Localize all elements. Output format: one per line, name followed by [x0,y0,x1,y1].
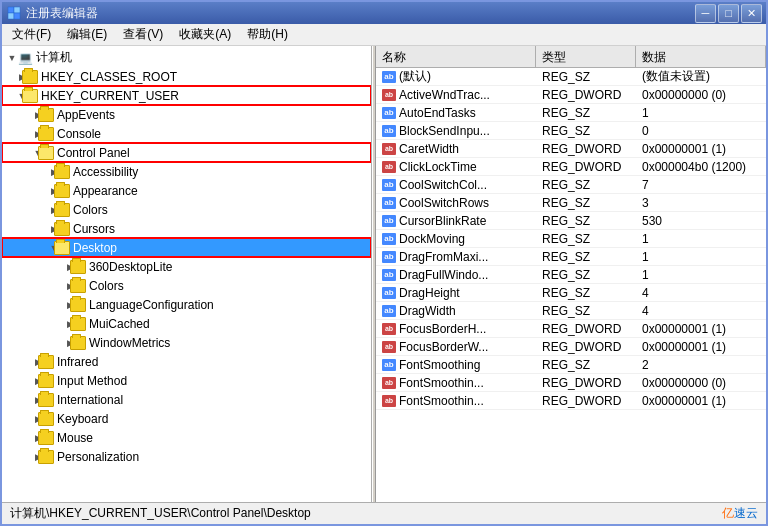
list-row[interactable]: abDragFromMaxi...REG_SZ1 [376,248,766,266]
cell-type-7: REG_SZ [536,195,636,211]
folder-icon-langconfig [70,298,86,312]
list-row[interactable]: abCoolSwitchRowsREG_SZ3 [376,194,766,212]
expander-mouse[interactable]: ▶ [2,430,38,446]
expander-cursors[interactable]: ▶ [2,221,54,237]
expander-360desktoplite[interactable]: ▶ [2,259,70,275]
cell-type-17: REG_DWORD [536,375,636,391]
folder-icon-360desktoplite [70,260,86,274]
reg-sz-icon: ab [382,125,396,137]
list-row[interactable]: abFocusBorderH...REG_DWORD0x00000001 (1) [376,320,766,338]
cell-name-5: abClickLockTime [376,159,536,175]
reg-sz-icon: ab [382,233,396,245]
expander-desktop[interactable]: ▼ [2,240,54,256]
col-header-type[interactable]: 类型 [536,46,636,67]
cell-name-14: abFocusBorderH... [376,321,536,337]
list-row[interactable]: abFontSmoothin...REG_DWORD0x00000000 (0) [376,374,766,392]
tree-item-inputmethod[interactable]: ▶Input Method [2,371,371,390]
list-row[interactable]: abCaretWidthREG_DWORD0x00000001 (1) [376,140,766,158]
expander-international[interactable]: ▶ [2,392,38,408]
menu-item-e[interactable]: 编辑(E) [59,24,115,45]
list-row[interactable]: abAutoEndTasksREG_SZ1 [376,104,766,122]
list-row[interactable]: abActiveWndTrac...REG_DWORD0x00000000 (0… [376,86,766,104]
tree-item-computer[interactable]: ▼💻计算机 [2,48,371,67]
tree-label-colors: Colors [73,203,367,217]
registry-tree[interactable]: ▼💻计算机▶HKEY_CLASSES_ROOT▼HKEY_CURRENT_USE… [2,46,372,502]
list-row[interactable]: abDragFullWindo...REG_SZ1 [376,266,766,284]
tree-item-windowmetrics[interactable]: ▶WindowMetrics [2,333,371,352]
tree-item-controlpanel[interactable]: ▼Control Panel [2,143,371,162]
expander-windowmetrics[interactable]: ▶ [2,335,70,351]
expander-colors[interactable]: ▶ [2,202,54,218]
minimize-button[interactable]: ─ [695,4,716,23]
expander-appevents[interactable]: ▶ [2,107,38,123]
cell-type-12: REG_SZ [536,285,636,301]
menu-item-a[interactable]: 收藏夹(A) [171,24,239,45]
list-row[interactable]: abDragHeightREG_SZ4 [376,284,766,302]
tree-item-hkcr[interactable]: ▶HKEY_CLASSES_ROOT [2,67,371,86]
list-row[interactable]: abCoolSwitchCol...REG_SZ7 [376,176,766,194]
cell-name-13: abDragWidth [376,303,536,319]
menu-item-f[interactable]: 文件(F) [4,24,59,45]
expander-muicached[interactable]: ▶ [2,316,70,332]
expander-console[interactable]: ▶ [2,126,38,142]
expander-colors2[interactable]: ▶ [2,278,70,294]
tree-item-desktop[interactable]: ▼Desktop [2,238,371,257]
cell-type-13: REG_SZ [536,303,636,319]
tree-item-personalization[interactable]: ▶Personalization [2,447,371,466]
tree-item-console[interactable]: ▶Console [2,124,371,143]
list-row[interactable]: abFocusBorderW...REG_DWORD0x00000001 (1) [376,338,766,356]
menu-item-v[interactable]: 查看(V) [115,24,171,45]
list-row[interactable]: abDockMovingREG_SZ1 [376,230,766,248]
expander-accessibility[interactable]: ▶ [2,164,54,180]
expander-hkcu[interactable]: ▼ [2,88,22,104]
cell-type-3: REG_SZ [536,123,636,139]
cell-type-4: REG_DWORD [536,141,636,157]
tree-item-muicached[interactable]: ▶MuiCached [2,314,371,333]
cell-type-2: REG_SZ [536,105,636,121]
menu-item-h[interactable]: 帮助(H) [239,24,296,45]
list-row[interactable]: abDragWidthREG_SZ4 [376,302,766,320]
cell-data-10: 1 [636,249,766,265]
tree-item-hkcu[interactable]: ▼HKEY_CURRENT_USER [2,86,371,105]
tree-item-appevents[interactable]: ▶AppEvents [2,105,371,124]
tree-item-appearance[interactable]: ▶Appearance [2,181,371,200]
expander-controlpanel[interactable]: ▼ [2,145,38,161]
list-row[interactable]: abCursorBlinkRateREG_SZ530 [376,212,766,230]
tree-item-langconfig[interactable]: ▶LanguageConfiguration [2,295,371,314]
expander-personalization[interactable]: ▶ [2,449,38,465]
col-header-name[interactable]: 名称 [376,46,536,67]
expander-appearance[interactable]: ▶ [2,183,54,199]
window-title: 注册表编辑器 [26,5,695,22]
tree-label-appevents: AppEvents [57,108,367,122]
reg-name-text: DragFullWindo... [399,268,488,282]
tree-item-colors[interactable]: ▶Colors [2,200,371,219]
list-row[interactable]: ab(默认)REG_SZ(数值未设置) [376,68,766,86]
tree-item-cursors[interactable]: ▶Cursors [2,219,371,238]
maximize-button[interactable]: □ [718,4,739,23]
tree-item-colors2[interactable]: ▶Colors [2,276,371,295]
expander-hkcr[interactable]: ▶ [2,69,22,85]
list-row[interactable]: abBlockSendInpu...REG_SZ0 [376,122,766,140]
list-row[interactable]: abClickLockTimeREG_DWORD0x000004b0 (1200… [376,158,766,176]
expander-computer[interactable]: ▼ [2,50,18,66]
cell-name-17: abFontSmoothin... [376,375,536,391]
tree-item-mouse[interactable]: ▶Mouse [2,428,371,447]
list-row[interactable]: abFontSmoothingREG_SZ2 [376,356,766,374]
expander-keyboard[interactable]: ▶ [2,411,38,427]
expander-infrared[interactable]: ▶ [2,354,38,370]
expander-inputmethod[interactable]: ▶ [2,373,38,389]
list-row[interactable]: abFontSmoothin...REG_DWORD0x00000001 (1) [376,392,766,410]
tree-item-keyboard[interactable]: ▶Keyboard [2,409,371,428]
tree-item-infrared[interactable]: ▶Infrared [2,352,371,371]
tree-item-360desktoplite[interactable]: ▶360DesktopLite [2,257,371,276]
cell-data-13: 4 [636,303,766,319]
reg-name-text: ActiveWndTrac... [399,88,490,102]
col-header-data[interactable]: 数据 [636,46,766,67]
reg-dword-icon: ab [382,395,396,407]
list-header: 名称 类型 数据 [376,46,766,68]
folder-icon-controlpanel [38,146,54,160]
tree-item-accessibility[interactable]: ▶Accessibility [2,162,371,181]
expander-langconfig[interactable]: ▶ [2,297,70,313]
close-button[interactable]: ✕ [741,4,762,23]
tree-item-international[interactable]: ▶International [2,390,371,409]
